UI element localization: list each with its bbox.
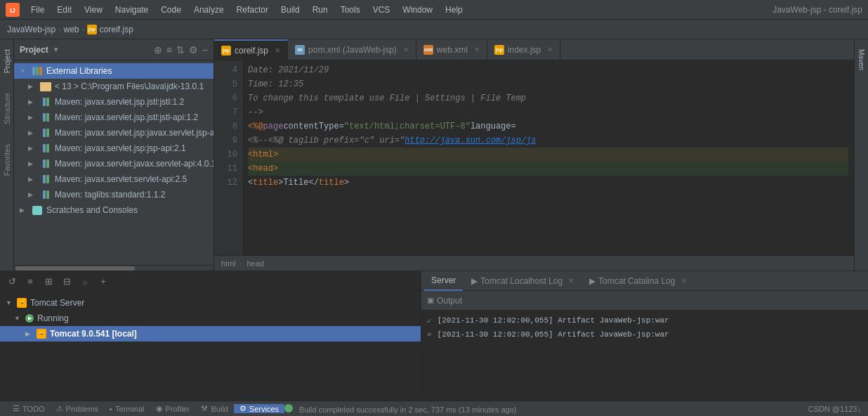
tree-arrow-jsp-21: ▶ bbox=[28, 145, 39, 152]
tab-icon-coreif: jsp bbox=[221, 46, 231, 56]
menu-build[interactable]: Build bbox=[275, 3, 305, 17]
code-line-8: <%@ page contentType="text/html;charset=… bbox=[248, 119, 848, 134]
tree-icon-jsp-233 bbox=[39, 127, 52, 138]
tree-maven-jsp-api-21[interactable]: ▶ Maven: javax.servlet.jsp:jsp-api:2.1 bbox=[14, 141, 213, 156]
services-tomcat-server[interactable]: ▼ 🐱 Tomcat Server bbox=[0, 295, 421, 311]
settings-icon[interactable]: ⚙ bbox=[189, 44, 198, 56]
code-line-5: Time: 12:35 bbox=[248, 77, 848, 91]
status-tab-profiler[interactable]: ◉ Profiler bbox=[150, 404, 196, 413]
menu-tools[interactable]: Tools bbox=[335, 3, 366, 17]
output-text-2: [2021-11-30 12:02:00,055] Artifact JavaW… bbox=[438, 330, 669, 339]
editor-code-lines[interactable]: Date: 2021/11/29 Time: 12:35 To change t… bbox=[242, 60, 854, 255]
tree-label-ext-libs: External Libraries bbox=[46, 66, 112, 76]
services-btn-rerun[interactable]: ↺ bbox=[4, 274, 20, 290]
tree-icon-ext-libs bbox=[31, 65, 44, 77]
services-btn-add[interactable]: + bbox=[96, 274, 111, 290]
sidebar-item-structure[interactable]: Structure bbox=[1, 90, 13, 127]
tab-webxml[interactable]: xml web.xml ✕ bbox=[416, 39, 487, 60]
collapse-icon[interactable]: ≡ bbox=[166, 44, 172, 56]
project-dropdown-icon[interactable]: ▼ bbox=[53, 46, 60, 53]
code-text-8b: page bbox=[263, 119, 284, 134]
localhost-log-close[interactable]: ✕ bbox=[568, 277, 574, 285]
sort-icon[interactable]: ⇅ bbox=[176, 44, 185, 56]
services-btn-filter[interactable]: ⊟ bbox=[59, 274, 74, 290]
services-btn-align[interactable]: ≡ bbox=[22, 274, 38, 290]
status-tab-build[interactable]: ⚒ Build bbox=[195, 404, 233, 413]
line-numbers: 4 5 6 7 8 9 10 11 12 bbox=[214, 60, 242, 255]
tree-arrow-taglibs: ▶ bbox=[28, 191, 39, 198]
menu-view[interactable]: View bbox=[79, 3, 108, 17]
breadcrumb-web[interactable]: web bbox=[63, 25, 79, 34]
editor-content[interactable]: 4 5 6 7 8 9 10 11 12 Date: 2021/11/29 bbox=[214, 60, 854, 255]
tree-jdk[interactable]: ▶ < 13 > C:\Program Files\Java\jdk-13.0.… bbox=[14, 79, 213, 94]
menu-help[interactable]: Help bbox=[440, 3, 468, 17]
status-tab-services[interactable]: ⚙ Services bbox=[234, 404, 284, 413]
breadcrumb-file[interactable]: jsp coreif.jsp bbox=[87, 25, 133, 34]
tree-arrow-servlet-401: ▶ bbox=[28, 160, 39, 167]
services-running[interactable]: ▼ ▶ Running bbox=[0, 311, 421, 326]
services-toolbar: ↺ ≡ ⊞ ⊟ ⌕ + bbox=[0, 271, 421, 292]
tree-external-libraries[interactable]: ▼ External Libraries bbox=[14, 63, 213, 79]
editor-breadcrumb-head[interactable]: head bbox=[246, 259, 263, 268]
services-label-local: Tomcat 9.0.541 [local] bbox=[50, 329, 137, 339]
catalina-log-close[interactable]: ✕ bbox=[681, 277, 687, 285]
tab-close-webxml[interactable]: ✕ bbox=[474, 46, 480, 53]
editor-area: jsp coreif.jsp ✕ m pom.xml (JavaWeb-jsp)… bbox=[214, 39, 854, 271]
locate-icon[interactable]: ⊕ bbox=[154, 44, 162, 56]
status-tab-problems[interactable]: ⚠ Problems bbox=[51, 404, 104, 413]
tab-pomxml[interactable]: m pom.xml (JavaWeb-jsp) ✕ bbox=[288, 39, 416, 60]
services-tomcat-local[interactable]: ▶ 🐱 Tomcat 9.0.541 [local] bbox=[0, 326, 421, 342]
right-sidebar: Maven bbox=[854, 39, 868, 271]
close-panel-icon[interactable]: − bbox=[202, 44, 208, 56]
tab-close-pom[interactable]: ✕ bbox=[403, 46, 409, 53]
tab-close-indexjsp[interactable]: ✕ bbox=[547, 46, 553, 53]
output-tab-localhost[interactable]: ▶ Tomcat Localhost Log ✕ bbox=[464, 271, 581, 291]
status-tab-todo[interactable]: ☰ TODO bbox=[7, 404, 51, 413]
tree-scratches[interactable]: ▶ Scratches and Consoles bbox=[14, 202, 213, 218]
services-btn-search[interactable]: ⌕ bbox=[77, 274, 93, 290]
menu-navigate[interactable]: Navigate bbox=[110, 3, 154, 17]
tree-maven-servlet-401[interactable]: ▶ Maven: javax.servlet:javax.servlet-api… bbox=[14, 156, 213, 171]
tree-maven-servlet-25[interactable]: ▶ Maven: javax.servlet:servlet-api:2.5 bbox=[14, 171, 213, 187]
services-btn-group[interactable]: ⊞ bbox=[41, 274, 56, 290]
output-content: ✓ [2021-11-30 12:02:00,055] Artifact Jav… bbox=[421, 311, 868, 401]
menu-run[interactable]: Run bbox=[307, 3, 334, 17]
status-todo-label: TODO bbox=[22, 405, 45, 413]
tab-indexjsp[interactable]: jsp index.jsp ✕ bbox=[487, 39, 560, 60]
catalina-log-icon: ▶ bbox=[589, 276, 596, 286]
right-sidebar-maven[interactable]: Maven bbox=[856, 46, 867, 73]
code-text-8c: contentType= bbox=[283, 119, 343, 134]
bottom-content: ↺ ≡ ⊞ ⊟ ⌕ + ▼ 🐱 Tomcat Server bbox=[0, 271, 868, 401]
tab-label-webxml: web.xml bbox=[437, 45, 468, 55]
menu-analyze[interactable]: Analyze bbox=[188, 3, 230, 17]
status-services-label: Services bbox=[249, 405, 279, 413]
breadcrumb-project[interactable]: JavaWeb-jsp bbox=[7, 25, 55, 34]
menu-file[interactable]: File bbox=[25, 3, 50, 17]
sidebar-item-favorites[interactable]: Favorites bbox=[1, 141, 13, 178]
tree-maven-taglibs[interactable]: ▶ Maven: taglibs:standard:1.1.2 bbox=[14, 187, 213, 202]
status-tab-terminal[interactable]: ▪ Terminal bbox=[104, 405, 150, 413]
menu-code[interactable]: Code bbox=[155, 3, 187, 17]
output-header-label: Output bbox=[437, 296, 462, 306]
code-text-8a: <%@ bbox=[248, 119, 263, 134]
output-tab-server[interactable]: Server bbox=[424, 271, 463, 291]
output-tab-catalina[interactable]: ▶ Tomcat Catalina Log ✕ bbox=[582, 271, 693, 291]
editor-breadcrumb-html[interactable]: html bbox=[221, 259, 236, 268]
menu-window[interactable]: Window bbox=[397, 3, 438, 17]
services-icon: ⚙ bbox=[239, 404, 246, 413]
menu-vcs[interactable]: VCS bbox=[367, 3, 396, 17]
tree-maven-jstl[interactable]: ▶ Maven: javax.servlet.jsp.jstl:jstl:1.2 bbox=[14, 94, 213, 110]
menu-refactor[interactable]: Refactor bbox=[231, 3, 274, 17]
tree-icon-jstl bbox=[39, 96, 52, 108]
tab-close-coreif[interactable]: ✕ bbox=[275, 46, 280, 54]
tab-coreif-jsp[interactable]: jsp coreif.jsp ✕ bbox=[214, 39, 288, 60]
tree-label-taglibs: Maven: taglibs:standard:1.1.2 bbox=[55, 190, 165, 200]
project-scrollbar[interactable] bbox=[14, 265, 213, 271]
sidebar-item-project[interactable]: Project bbox=[1, 46, 13, 76]
tree-maven-jstl-api[interactable]: ▶ Maven: javax.servlet.jsp.jstl:jstl-api… bbox=[14, 110, 213, 125]
project-tree: ▼ External Libraries ▶ bbox=[14, 60, 213, 265]
menu-edit[interactable]: Edit bbox=[51, 3, 77, 17]
code-line-11: <head> bbox=[248, 162, 848, 176]
tree-maven-jsp-api-233[interactable]: ▶ Maven: javax.servlet.jsp:javax.servlet… bbox=[14, 125, 213, 141]
localhost-log-icon: ▶ bbox=[471, 276, 478, 286]
